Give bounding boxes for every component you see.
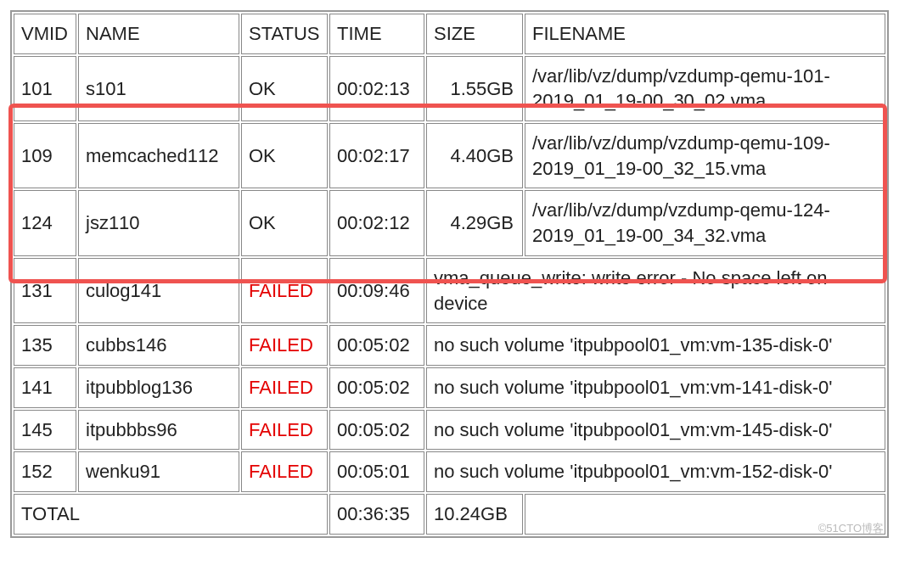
col-status: STATUS bbox=[241, 14, 328, 54]
cell-size: 1.55GB bbox=[426, 56, 523, 121]
cell-vmid: 124 bbox=[14, 190, 76, 255]
cell-vmid: 152 bbox=[14, 451, 76, 492]
col-vmid: VMID bbox=[14, 14, 76, 54]
cell-status: FAILED bbox=[241, 410, 328, 451]
table-row: 101s101OK00:02:131.55GB/var/lib/vz/dump/… bbox=[14, 56, 885, 121]
cell-time: 00:02:12 bbox=[329, 190, 424, 255]
cell-filename: /var/lib/vz/dump/vzdump-qemu-124-2019_01… bbox=[525, 190, 885, 255]
cell-status: FAILED bbox=[241, 325, 328, 366]
col-size: SIZE bbox=[426, 14, 523, 54]
table-row: 109memcached112OK00:02:174.40GB/var/lib/… bbox=[14, 123, 885, 188]
cell-name: wenku91 bbox=[78, 451, 239, 492]
cell-message: no such volume 'itpubpool01_vm:vm-145-di… bbox=[426, 410, 885, 451]
cell-name: s101 bbox=[78, 56, 239, 121]
cell-vmid: 101 bbox=[14, 56, 76, 121]
cell-time: 00:09:46 bbox=[329, 258, 424, 323]
cell-vmid: 145 bbox=[14, 410, 76, 451]
cell-time: 00:02:17 bbox=[329, 123, 424, 188]
table-row: 131culog141FAILED00:09:46vma_queue_write… bbox=[14, 258, 885, 323]
total-label: TOTAL bbox=[14, 494, 328, 535]
cell-message: vma_queue_write: write error - No space … bbox=[426, 258, 885, 323]
cell-status: FAILED bbox=[241, 258, 328, 323]
cell-time: 00:05:01 bbox=[329, 451, 424, 492]
total-size: 10.24GB bbox=[426, 494, 523, 535]
table-row: 145itpubbbs96FAILED00:05:02no such volum… bbox=[14, 410, 885, 451]
cell-vmid: 109 bbox=[14, 123, 76, 188]
table-row: 152wenku91FAILED00:05:01no such volume '… bbox=[14, 451, 885, 492]
col-time: TIME bbox=[329, 14, 424, 54]
watermark: ©51CTO博客 bbox=[818, 521, 884, 536]
cell-vmid: 135 bbox=[14, 325, 76, 366]
cell-status: OK bbox=[241, 56, 328, 121]
cell-name: cubbs146 bbox=[78, 325, 239, 366]
total-time: 00:36:35 bbox=[329, 494, 424, 535]
cell-time: 00:05:02 bbox=[329, 410, 424, 451]
cell-name: culog141 bbox=[78, 258, 239, 323]
cell-status: OK bbox=[241, 123, 328, 188]
table-row: 124jsz110OK00:02:124.29GB/var/lib/vz/dum… bbox=[14, 190, 885, 255]
cell-message: no such volume 'itpubpool01_vm:vm-135-di… bbox=[426, 325, 885, 366]
cell-message: no such volume 'itpubpool01_vm:vm-141-di… bbox=[426, 367, 885, 408]
col-filename: FILENAME bbox=[525, 14, 885, 54]
table-row: 141itpubblog136FAILED00:05:02no such vol… bbox=[14, 367, 885, 408]
cell-status: OK bbox=[241, 190, 328, 255]
cell-name: itpubblog136 bbox=[78, 367, 239, 408]
cell-status: FAILED bbox=[241, 367, 328, 408]
cell-filename: /var/lib/vz/dump/vzdump-qemu-101-2019_01… bbox=[525, 56, 885, 121]
cell-time: 00:02:13 bbox=[329, 56, 424, 121]
cell-name: memcached112 bbox=[78, 123, 239, 188]
cell-name: itpubbbs96 bbox=[78, 410, 239, 451]
col-name: NAME bbox=[78, 14, 239, 54]
cell-vmid: 141 bbox=[14, 367, 76, 408]
cell-message: no such volume 'itpubpool01_vm:vm-152-di… bbox=[426, 451, 885, 492]
cell-time: 00:05:02 bbox=[329, 325, 424, 366]
cell-name: jsz110 bbox=[78, 190, 239, 255]
cell-vmid: 131 bbox=[14, 258, 76, 323]
table-row: 135cubbs146FAILED00:05:02no such volume … bbox=[14, 325, 885, 366]
cell-filename: /var/lib/vz/dump/vzdump-qemu-109-2019_01… bbox=[525, 123, 885, 188]
cell-status: FAILED bbox=[241, 451, 328, 492]
cell-time: 00:05:02 bbox=[329, 367, 424, 408]
cell-size: 4.40GB bbox=[426, 123, 523, 188]
backup-report-table: VMID NAME STATUS TIME SIZE FILENAME 101s… bbox=[10, 10, 889, 538]
total-row: TOTAL 00:36:35 10.24GB bbox=[14, 494, 885, 535]
cell-size: 4.29GB bbox=[426, 190, 523, 255]
table-header-row: VMID NAME STATUS TIME SIZE FILENAME bbox=[14, 14, 885, 54]
